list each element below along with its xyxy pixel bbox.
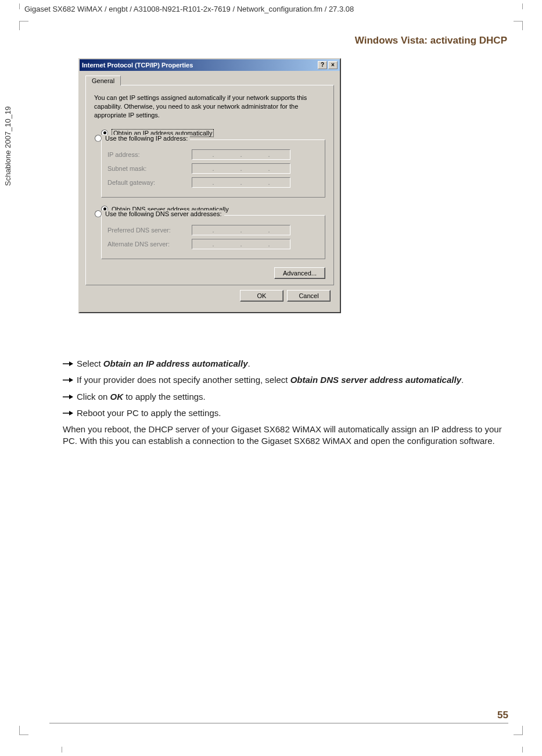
arrow-right-icon <box>63 358 77 370</box>
text: . <box>461 375 464 385</box>
radio-use-ip[interactable] <box>95 135 102 142</box>
text: If your provider does not specify anothe… <box>77 375 290 385</box>
input-ip-address: ... <box>192 149 290 160</box>
text: to apply the settings. <box>123 392 206 402</box>
radio-use-dns[interactable] <box>95 210 102 217</box>
advanced-button[interactable]: Advanced... <box>274 267 325 279</box>
dialog-titlebar: Internet Protocol (TCP/IP) Properties ? … <box>80 59 340 71</box>
radio-use-ip-label: Use the following IP address: <box>105 135 188 142</box>
instruction-body: Select Obtain an IP address automaticall… <box>63 358 504 447</box>
template-version-label: Schablone 2007_10_19 <box>3 106 12 186</box>
help-button[interactable]: ? <box>318 61 327 69</box>
dialog-title: Internet Protocol (TCP/IP) Properties <box>82 62 193 69</box>
page-number: 55 <box>497 710 508 721</box>
bold-term: Obtain DNS server address automatically <box>290 375 461 385</box>
tcpip-properties-dialog: Internet Protocol (TCP/IP) Properties ? … <box>78 58 341 313</box>
crop-tick <box>522 747 523 753</box>
text: Reboot your PC to apply the settings. <box>77 407 504 419</box>
crop-tick <box>62 747 62 753</box>
arrow-right-icon <box>63 374 77 386</box>
svg-marker-1 <box>69 361 73 366</box>
input-alternate-dns: ... <box>192 239 290 249</box>
text: Click on <box>77 392 110 402</box>
label-alternate-dns: Alternate DNS server: <box>107 241 192 248</box>
radio-use-dns-label: Use the following DNS server addresses: <box>105 210 222 217</box>
arrow-right-icon <box>63 407 77 419</box>
input-preferred-dns: ... <box>192 225 290 235</box>
svg-marker-3 <box>69 378 73 382</box>
label-preferred-dns: Preferred DNS server: <box>107 227 192 234</box>
header-path: Gigaset SX682 WiMAX / engbt / A31008-N92… <box>24 5 354 13</box>
svg-marker-5 <box>69 395 73 399</box>
list-item: Select Obtain an IP address automaticall… <box>63 358 504 370</box>
input-subnet-mask: ... <box>192 163 290 174</box>
list-item: Click on OK to apply the settings. <box>63 391 504 403</box>
tab-general[interactable]: General <box>85 76 121 85</box>
crop-mark <box>19 21 28 30</box>
crop-tick <box>19 3 20 9</box>
list-item: If your provider does not specify anothe… <box>63 374 504 386</box>
crop-mark <box>514 21 523 30</box>
ok-button[interactable]: OK <box>240 290 283 302</box>
text: . <box>248 359 250 368</box>
label-ip-address: IP address: <box>107 151 192 158</box>
label-default-gateway: Default gateway: <box>107 179 192 186</box>
text: Select <box>77 359 103 368</box>
crop-mark <box>19 726 28 735</box>
paragraph: When you reboot, the DHCP server of your… <box>63 424 504 447</box>
dialog-intro-text: You can get IP settings assigned automat… <box>94 94 325 120</box>
svg-marker-7 <box>69 411 73 415</box>
label-subnet-mask: Subnet mask: <box>107 165 192 172</box>
cancel-button[interactable]: Cancel <box>287 290 331 302</box>
bold-term: Obtain an IP address automatically <box>103 359 248 368</box>
crop-tick <box>522 3 523 9</box>
footer-rule <box>49 723 508 723</box>
crop-mark <box>514 726 523 735</box>
list-item: Reboot your PC to apply the settings. <box>63 407 504 419</box>
input-default-gateway: ... <box>192 177 290 188</box>
page-section-title: Windows Vista: activating DHCP <box>355 35 507 46</box>
bold-term: OK <box>110 392 124 402</box>
arrow-right-icon <box>63 391 77 403</box>
close-button[interactable]: × <box>328 61 338 69</box>
